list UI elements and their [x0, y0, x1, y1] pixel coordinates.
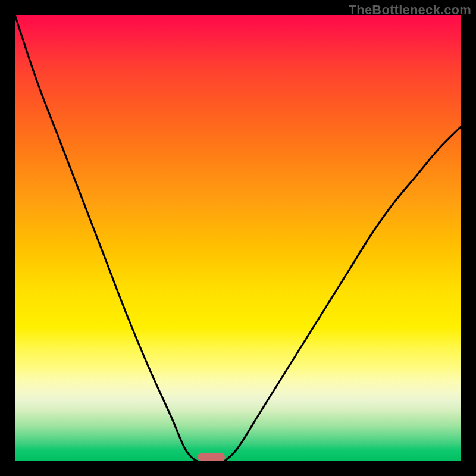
- bottleneck-indicator: [198, 453, 225, 461]
- watermark-label: TheBottleneck.com: [349, 2, 471, 18]
- curve-layer: [15, 15, 461, 461]
- left-curve: [15, 15, 198, 461]
- chart-frame: TheBottleneck.com: [0, 0, 476, 476]
- right-curve: [225, 127, 462, 462]
